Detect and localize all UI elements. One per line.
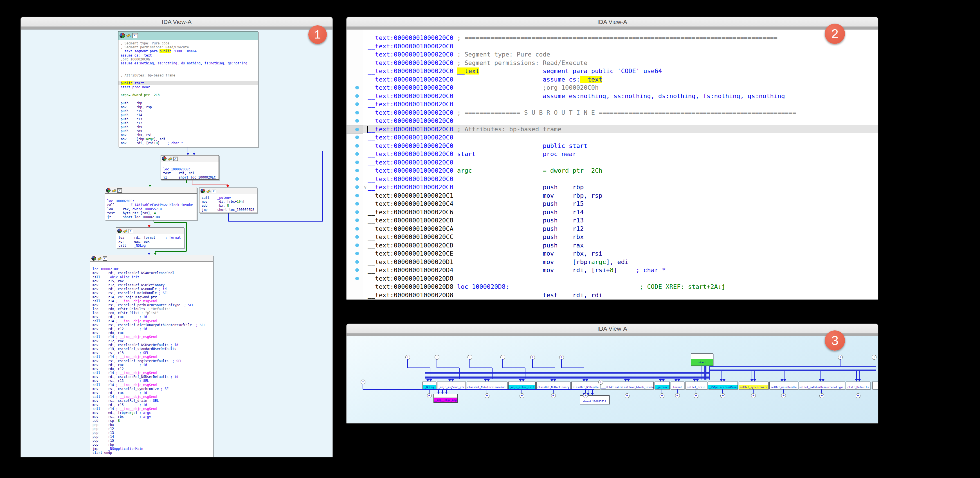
node-code-line[interactable]: assume cs:__text — [121, 53, 256, 57]
group-node-icon[interactable] — [173, 157, 178, 161]
node-code-line[interactable]: pop rbx — [92, 423, 211, 427]
listing-line[interactable]: __text:00000001000020D8 — [347, 275, 878, 283]
node-code-line[interactable]: start endp — [92, 451, 211, 455]
node-code-line[interactable] — [121, 65, 256, 69]
proximity-node[interactable]: _objc_alloc_init — [508, 381, 536, 389]
start-node[interactable]: start — [691, 353, 713, 366]
node-code-line[interactable]: test rdi, rdi — [163, 171, 216, 175]
node-code-line[interactable]: call _NSLog — [118, 243, 182, 248]
node-code-line[interactable]: ; Segment type: Pure code — [121, 41, 256, 45]
listing-line[interactable]: ∨__text:00000001000020C0 push rbp — [347, 183, 878, 192]
node-header[interactable] — [90, 255, 213, 262]
basic-block-node[interactable]: call _putenvmov rdi, [rbx+10h]add rbx, 8… — [199, 187, 258, 213]
node-code-line[interactable]: call r14 ; __imp__objc_msgSend — [92, 335, 211, 339]
listing-line[interactable]: __text:00000001000020C0 assume es:nothin… — [347, 92, 878, 100]
graph-color-wheel-icon[interactable] — [91, 256, 96, 260]
proximity-node[interactable]: selRef_synchronize — [739, 381, 768, 389]
listing-line[interactable]: __text:00000001000020C6 push r14 — [347, 208, 878, 216]
expander-plus-icon[interactable]: + — [838, 355, 843, 360]
listing-line[interactable]: __text:00000001000020C0 start proc near — [347, 150, 878, 158]
node-code-line[interactable]: pop r15 — [92, 438, 211, 443]
window2-titlebar[interactable]: IDA View-A — [347, 17, 878, 27]
node-code-line[interactable]: lea rdi, format ; format — [118, 236, 182, 240]
listing-line[interactable]: __text:00000001000020C0 — [347, 100, 878, 108]
node-code-line[interactable]: mov rdx, rax — [92, 331, 211, 335]
expander-plus-icon[interactable]: + — [551, 393, 556, 398]
expander-plus-icon[interactable]: + — [500, 355, 505, 360]
listing-line[interactable]: __text:00000001000020C0 __text segment p… — [347, 67, 878, 75]
listing-line[interactable]: __text:00000001000020CE mov rbx, rsi — [347, 249, 878, 258]
node-code-line[interactable]: lea rcx, cfstr_Plist ; "plist" — [92, 311, 211, 315]
node-header[interactable] — [116, 228, 184, 234]
node-code-line[interactable]: mov rsi, rbx ; argv — [92, 415, 211, 419]
node-code-line[interactable] — [121, 77, 256, 81]
basic-block-node[interactable]: lea rdi, format ; formatxor eax, eaxcall… — [116, 227, 184, 248]
proximity-node[interactable]: _putenv — [655, 381, 670, 389]
node-code-line[interactable]: mov rdi, cs:classRef_NSUserDefaults ; id — [92, 375, 211, 379]
basic-block-node[interactable]: loc_10000210B:mov rdi, cs:classRef_NSAut… — [90, 255, 213, 457]
node-code-line[interactable]: mov r12, cs:classRef_NSDictionary — [92, 283, 211, 287]
proximity-node[interactable]: _objc_msgSend_ptr — [437, 381, 466, 389]
node-code-line[interactable]: ;org 1000020C0h — [121, 57, 256, 61]
node-code-line[interactable]: jz short loc_1000020EC — [163, 175, 216, 179]
node-code-line[interactable]: mov rdi, rax ; id — [92, 391, 211, 395]
node-code-line[interactable]: mov [rbp+argc], edi — [121, 137, 256, 141]
node-code-line[interactable]: call r14 ; __imp__objc_msgSend — [92, 355, 211, 359]
listing-line[interactable]: __text:00000001000020D4 mov rdi, [rsi+8]… — [347, 266, 878, 275]
node-code-line[interactable]: mov rsi, cs:selRef_drain ; SEL — [92, 399, 211, 403]
node-code-line[interactable]: assume es:nothing, ss:nothing, ds:nothin… — [121, 61, 256, 65]
node-code-line[interactable]: start proc near — [121, 85, 256, 89]
edit-pencil-icon[interactable] — [97, 256, 101, 260]
listing-line[interactable]: __text:00000001000020C0 — [347, 117, 878, 125]
node-code-line[interactable]: mov rsi, r13 ; SEL — [92, 379, 211, 383]
node-code-line[interactable]: loc_10000210B: — [92, 267, 211, 271]
node-code-line[interactable]: call r14 ; __imp__objc_msgSend — [92, 383, 211, 387]
listing-line[interactable]: __text:00000001000020C0 argc = dword ptr… — [347, 167, 878, 175]
listing-line[interactable]: __text:00000001000020C0 assume cs:__text — [347, 75, 878, 84]
node-code-line[interactable]: mov rdi, cs:classRef_NSAutoreleasePool — [92, 271, 211, 275]
edit-pencil-icon[interactable] — [112, 188, 116, 192]
listing-line[interactable]: __text:00000001000020CC push rbx — [347, 233, 878, 241]
listing-line[interactable]: __text:00000001000020C8 push r13 — [347, 216, 878, 225]
node-code-line[interactable]: pop r12 — [92, 427, 211, 431]
window3-titlebar[interactable]: IDA View-A — [347, 324, 878, 333]
expander-plus-icon[interactable]: + — [721, 393, 725, 398]
window1-titlebar[interactable]: IDA View-A — [21, 17, 332, 27]
node-code-line[interactable]: call ____ZL14disableFastPowv_block_invok… — [107, 203, 194, 207]
listing-line[interactable]: __text:00000001000020D1 mov [rbp+argc], … — [347, 258, 878, 266]
node-code-line[interactable]: push r13 — [121, 117, 256, 121]
node-code-line[interactable]: push rbx — [121, 125, 256, 129]
listing-line[interactable]: __text:00000001000020C0 ; Segment permis… — [347, 59, 878, 67]
proximity-node[interactable]: cfstr_Defaults — [846, 381, 870, 389]
expander-plus-icon[interactable]: + — [485, 393, 490, 398]
node-code-line[interactable]: call r14 ; __imp__objc_msgSend — [92, 371, 211, 375]
edit-pencil-icon[interactable] — [168, 157, 172, 160]
listing-line[interactable]: __text:00000001000020C0 ;org 1000020C0h — [347, 84, 878, 92]
node-code-line[interactable]: call _objc_alloc_init — [92, 275, 211, 279]
node-code-line[interactable]: loc_1000020EC: — [107, 199, 194, 203]
collapse-chevron-icon[interactable]: ∨ — [364, 183, 367, 192]
node-code-line[interactable]: lea rdx, cfstr_Defaults ; "Defaults" — [92, 307, 211, 311]
expander-plus-icon[interactable]: + — [872, 355, 877, 360]
node-code-line[interactable]: push rax — [121, 129, 256, 133]
listing-line[interactable]: __text:00000001000020C0 — [347, 42, 878, 51]
expander-minus-icon[interactable]: − — [520, 393, 524, 398]
expander-plus-icon[interactable]: + — [434, 355, 439, 360]
node-code-line[interactable]: call r14 ; __imp__objc_msgSend — [92, 299, 211, 303]
proximity-node[interactable]: classRef_NSDictionary — [536, 381, 570, 389]
listing-line[interactable]: __text:00000001000020C0 ; ==============… — [347, 34, 878, 42]
node-code-line[interactable]: mov rsi, cs:selRef_registerDefaults_ ; S… — [92, 359, 211, 363]
node-code-line[interactable] — [121, 69, 256, 73]
expander-plus-icon[interactable]: + — [427, 393, 432, 398]
proximity-node[interactable] — [872, 381, 878, 389]
graph-canvas[interactable]: ; Segment type: Pure code; Segment permi… — [21, 30, 332, 457]
node-code-line[interactable]: mov edi, [rbp+argc] ; argc — [92, 411, 211, 415]
expander-plus-icon[interactable]: + — [361, 380, 365, 384]
node-code-line[interactable]: push r12 — [121, 121, 256, 125]
node-code-line[interactable] — [107, 195, 194, 199]
node-code-line[interactable]: pop r13 — [92, 431, 211, 435]
listing-line[interactable]: __text:00000001000020CA push r12 — [347, 225, 878, 233]
listing-line[interactable]: __text:00000001000020C0 — [347, 175, 878, 183]
node-code-line[interactable]: loc_1000020D8: — [163, 167, 216, 171]
proximity-node[interactable]: selRef_pathForResource:ofType: — [799, 381, 845, 389]
